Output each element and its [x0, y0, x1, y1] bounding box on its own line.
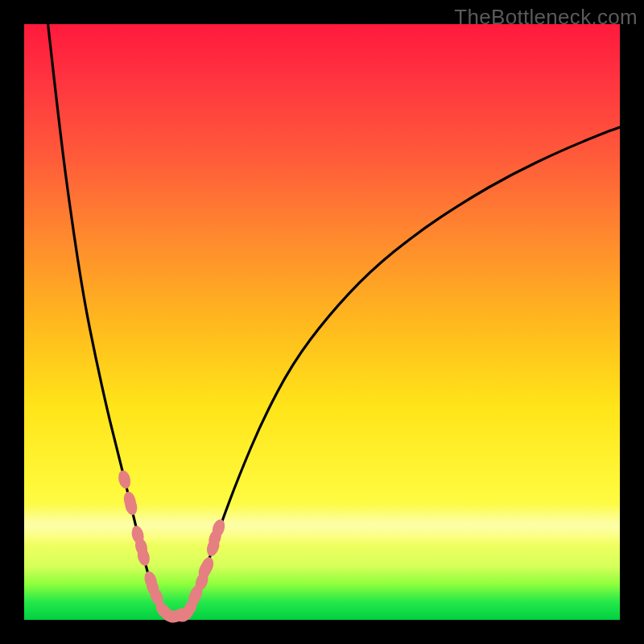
watermark-text: TheBottleneck.com	[454, 5, 638, 30]
bead-group	[117, 469, 227, 625]
plot-area	[24, 24, 620, 620]
chart-frame: TheBottleneck.com	[0, 0, 644, 644]
bead-marker	[117, 469, 133, 490]
curve-svg	[24, 24, 620, 620]
